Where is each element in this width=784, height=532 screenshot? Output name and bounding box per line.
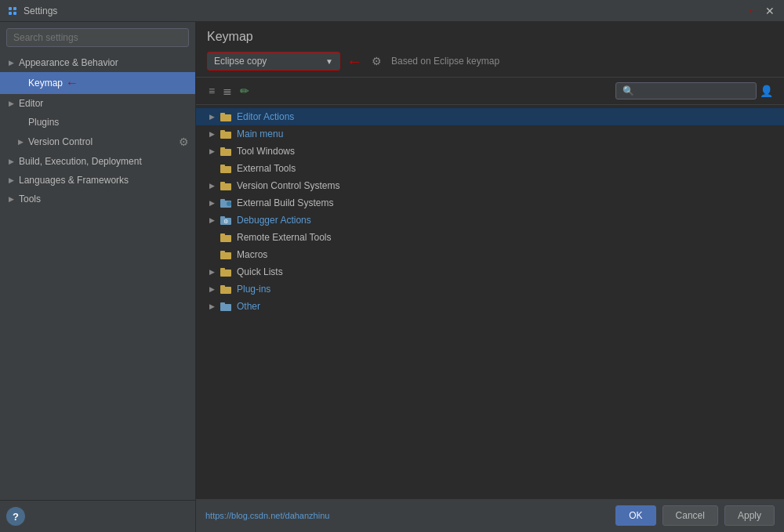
ok-button[interactable]: OK: [615, 505, 655, 526]
sidebar-item-keymap[interactable]: ▶ Keymap ←: [0, 72, 195, 94]
svg-rect-11: [220, 165, 225, 168]
tree-item-label: Remote External Tools: [237, 232, 332, 243]
folder-special-icon: [220, 197, 232, 209]
keymap-row: Eclipse copy ▼ ← ⚙ Based on Eclipse keym…: [207, 52, 773, 71]
folder-special-icon: ⚙: [220, 214, 232, 226]
folder-special-icon: [220, 300, 232, 313]
expand-all-button[interactable]: ≡: [207, 83, 216, 99]
tree-item-remote-external[interactable]: ▶ Remote External Tools: [196, 229, 784, 246]
user-icon: 👤: [760, 85, 773, 97]
tree-item-label: Main menu: [237, 128, 283, 139]
edit-button[interactable]: ✏: [238, 83, 251, 99]
sidebar-item-editor[interactable]: ▶ Editor: [0, 94, 195, 113]
chevron-right-icon: ▶: [6, 99, 16, 108]
tree-item-label: External Build Systems: [237, 197, 333, 208]
svg-rect-23: [220, 251, 225, 254]
sidebar-item-appearance[interactable]: ▶ Appearance & Behavior: [0, 53, 195, 72]
sidebar-item-languages[interactable]: ▶ Languages & Frameworks: [0, 171, 195, 190]
keymap-toolbar: ≡ ≣ ✏ 👤: [196, 78, 784, 105]
svg-rect-25: [220, 268, 225, 271]
title-bar: Settings ← ✕: [0, 0, 784, 22]
expand-all-icon: ≡: [209, 85, 215, 97]
tree-item-debugger-actions[interactable]: ▶ ⚙ Debugger Actions: [196, 212, 784, 229]
folder-icon: [220, 110, 232, 123]
based-on-label: Based on Eclipse keymap: [391, 56, 499, 67]
user-search-button[interactable]: 👤: [760, 85, 773, 97]
folder-icon: [220, 266, 232, 278]
keymap-search-input[interactable]: [615, 82, 757, 100]
svg-rect-21: [220, 233, 225, 237]
chevron-right-icon: ▶: [207, 129, 216, 139]
cancel-button[interactable]: Cancel: [662, 505, 718, 526]
sidebar-item-build[interactable]: ▶ Build, Execution, Deployment: [0, 152, 195, 171]
help-button[interactable]: ?: [6, 507, 25, 526]
tree-item-label: Plug-ins: [237, 284, 270, 295]
collapse-all-icon: ≣: [223, 85, 232, 97]
chevron-right-icon: ▶: [16, 137, 25, 147]
folder-icon: [220, 231, 232, 244]
dropdown-arrow-icon: ▼: [325, 57, 333, 66]
panel-header: Keymap Eclipse copy ▼ ← ⚙ Based on Eclip…: [196, 22, 784, 78]
window-title: Settings: [24, 5, 746, 16]
tree-item-plugins[interactable]: ▶ Plug-ins: [196, 280, 784, 298]
chevron-right-icon: ▶: [207, 267, 216, 277]
tree-item-tool-windows[interactable]: ▶ Tool Windows: [196, 143, 784, 160]
tree-item-main-menu[interactable]: ▶ Main menu: [196, 125, 784, 143]
sidebar-item-version-control[interactable]: ▶ Version Control ⚙: [0, 132, 195, 152]
app-icon: [6, 5, 19, 17]
chevron-right-icon: ▶: [207, 112, 216, 121]
svg-point-16: [227, 201, 231, 206]
tree-item-editor-actions[interactable]: ▶ Editor Actions: [196, 108, 784, 125]
svg-rect-27: [220, 285, 225, 288]
keymap-tree: ▶ Editor Actions ▶ Main menu ▶: [196, 105, 784, 498]
sidebar-item-label: Tools: [19, 194, 41, 204]
svg-rect-1: [13, 7, 16, 10]
dropdown-arrow-annotation: ←: [347, 52, 362, 71]
tree-item-label: Quick Lists: [237, 266, 283, 277]
apply-button[interactable]: Apply: [724, 505, 775, 526]
svg-rect-5: [220, 113, 225, 116]
gear-button[interactable]: ⚙: [368, 53, 385, 69]
tree-item-external-build[interactable]: ▶ External Build Systems: [196, 194, 784, 212]
sidebar: ▶ Appearance & Behavior ▶ Keymap ← ▶ Edi…: [0, 22, 196, 532]
collapse-all-button[interactable]: ≣: [221, 83, 234, 99]
settings-search-input[interactable]: [6, 28, 189, 47]
folder-icon: [220, 248, 232, 261]
svg-rect-0: [9, 7, 12, 10]
chevron-right-icon: ▶: [207, 284, 216, 294]
chevron-right-icon: ▶: [207, 181, 216, 190]
sidebar-bottom: ?: [0, 500, 195, 532]
folder-icon: [220, 283, 232, 295]
folder-icon: [220, 162, 232, 175]
svg-rect-13: [220, 182, 225, 185]
folder-icon: [220, 145, 232, 157]
sidebar-item-label: Plugins: [28, 117, 59, 128]
tree-item-other[interactable]: ▶ Other: [196, 298, 784, 315]
tree-item-label: Debugger Actions: [237, 215, 311, 226]
tree-item-label: Macros: [237, 249, 267, 260]
chevron-right-icon: ▶: [6, 58, 16, 67]
close-button[interactable]: ✕: [762, 3, 778, 19]
chevron-right-icon: ▶: [207, 147, 216, 156]
chevron-right-icon: ▶: [207, 198, 216, 208]
svg-rect-3: [13, 12, 16, 15]
tree-item-label: Editor Actions: [237, 111, 294, 122]
svg-rect-15: [220, 199, 225, 202]
chevron-right-icon: ▶: [6, 176, 16, 185]
sidebar-item-label: Languages & Frameworks: [19, 175, 129, 186]
tree-item-label: Version Control Systems: [237, 180, 339, 191]
tree-item-quick-lists[interactable]: ▶ Quick Lists: [196, 263, 784, 280]
panel-title: Keymap: [207, 30, 773, 44]
tree-item-macros[interactable]: ▶ Macros: [196, 246, 784, 263]
chevron-right-icon: ▶: [6, 194, 16, 204]
settings-icon[interactable]: ⚙: [179, 136, 189, 148]
sidebar-nav: ▶ Appearance & Behavior ▶ Keymap ← ▶ Edi…: [0, 53, 195, 500]
sidebar-item-plugins[interactable]: ▶ Plugins: [0, 113, 195, 132]
chevron-right-icon: ▶: [207, 302, 216, 311]
sidebar-item-label: Build, Execution, Deployment: [19, 156, 142, 167]
tree-item-vcs[interactable]: ▶ Version Control Systems: [196, 177, 784, 194]
tree-item-label: External Tools: [237, 163, 296, 174]
sidebar-item-tools[interactable]: ▶ Tools: [0, 190, 195, 208]
keymap-dropdown[interactable]: Eclipse copy ▼: [207, 52, 340, 71]
tree-item-external-tools[interactable]: ▶ External Tools: [196, 160, 784, 177]
